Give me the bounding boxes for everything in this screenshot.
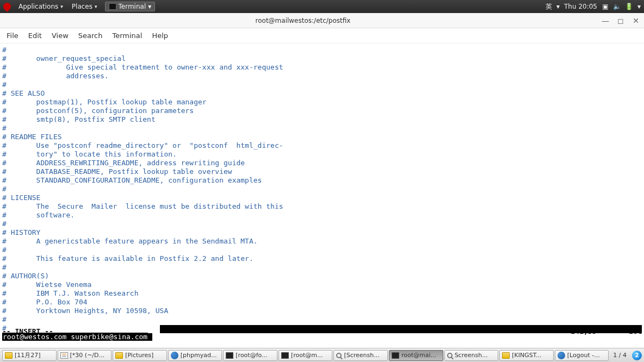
- ff-icon: [558, 352, 565, 359]
- taskbar-item[interactable]: [*30 (~/D...: [58, 350, 112, 361]
- taskbar-item[interactable]: root@mai...: [389, 350, 443, 361]
- taskbar-item-label: [11月27]: [15, 351, 41, 359]
- workspace-indicator[interactable]: 1 / 4: [611, 352, 629, 359]
- gnome-top-panel: Applications▾ Places▾ Terminal▾ 英▾ Thu 2…: [0, 0, 644, 13]
- taskbar-item-label: [Pictures]: [125, 352, 153, 359]
- menu-search[interactable]: Search: [74, 29, 107, 42]
- folder-icon: [5, 352, 13, 359]
- terminal-menubar: File Edit View Search Terminal Help: [0, 28, 644, 43]
- notification-count[interactable]: 2: [632, 351, 642, 360]
- term-icon: [226, 352, 233, 359]
- taskbar-item-label: [root@m...: [291, 352, 323, 359]
- focused-app-terminal[interactable]: Terminal▾: [105, 2, 156, 11]
- vim-status-line: -- INSERT -- 241,35 Bot: [2, 327, 642, 336]
- taskbar-item[interactable]: [Logout -...: [555, 350, 609, 361]
- taskbar-item-label: [Logout -...: [567, 352, 600, 359]
- vim-mode: -- INSERT --: [2, 327, 53, 336]
- places-menu[interactable]: Places▾: [69, 2, 101, 11]
- cursor-position: 241,35: [571, 327, 597, 336]
- taskbar-item[interactable]: [root@fo...: [223, 350, 277, 361]
- maximize-button[interactable]: ◻: [617, 16, 624, 25]
- taskbar-item-label: [root@fo...: [236, 352, 267, 359]
- battery-icon[interactable]: 🔋: [626, 3, 633, 10]
- chevron-down-icon: ▾: [556, 3, 560, 10]
- window-title: root@mailwestos:/etc/postfix: [4, 17, 602, 24]
- file-content: # # owner_request_special # Give special…: [2, 46, 334, 332]
- applications-menu[interactable]: Applications▾: [15, 2, 66, 11]
- distro-logo-icon: [2, 1, 13, 12]
- taskbar-item[interactable]: [11月27]: [2, 350, 57, 361]
- term-icon: [281, 352, 289, 359]
- taskbar-item[interactable]: [root@m...: [278, 350, 333, 361]
- screen-icon[interactable]: ▣: [602, 3, 609, 10]
- chevron-down-icon: ▾: [637, 3, 641, 10]
- folder-icon: [502, 352, 510, 359]
- menu-file[interactable]: File: [2, 29, 23, 42]
- taskbar-item-label: [Screensh...: [344, 352, 379, 359]
- taskbar-item-label: root@mai...: [401, 352, 436, 359]
- menu-terminal[interactable]: Terminal: [108, 29, 146, 42]
- window-titlebar: root@mailwestos:/etc/postfix — ◻ ✕: [0, 13, 644, 28]
- taskbar-item[interactable]: [phpmyad...: [168, 350, 222, 361]
- ime-indicator[interactable]: 英: [546, 2, 552, 11]
- term-icon: [392, 352, 399, 359]
- scroll-position: Bot: [629, 327, 642, 336]
- taskbar-item-label: [KINGST...: [512, 352, 541, 359]
- clock[interactable]: Thu 20:05: [564, 3, 597, 10]
- text-icon: [60, 352, 68, 359]
- taskbar-item-label: [*30 (~/D...: [70, 352, 104, 359]
- taskbar-item-label: Screensh...: [455, 352, 488, 359]
- terminal-viewport[interactable]: # # owner_request_special # Give special…: [0, 43, 644, 337]
- taskbar-item-label: [phpmyad...: [181, 352, 217, 359]
- lens-icon: [447, 353, 453, 358]
- volume-icon[interactable]: 🔈: [614, 3, 621, 10]
- bottom-taskbar: [11月27][*30 (~/D...[Pictures][phpmyad...…: [0, 348, 644, 362]
- taskbar-item[interactable]: [KINGST...: [499, 350, 554, 361]
- terminal-icon: [109, 3, 116, 10]
- ff-icon: [171, 352, 178, 359]
- close-button[interactable]: ✕: [632, 16, 640, 25]
- menu-edit[interactable]: Edit: [24, 29, 46, 42]
- menu-help[interactable]: Help: [147, 29, 172, 42]
- lens-icon: [336, 353, 342, 358]
- taskbar-item[interactable]: [Screensh...: [333, 350, 388, 361]
- taskbar-item[interactable]: Screensh...: [444, 350, 499, 361]
- menu-view[interactable]: View: [47, 29, 73, 42]
- taskbar-item[interactable]: [Pictures]: [113, 350, 167, 361]
- folder-icon: [115, 352, 123, 359]
- minimize-button[interactable]: —: [602, 16, 609, 25]
